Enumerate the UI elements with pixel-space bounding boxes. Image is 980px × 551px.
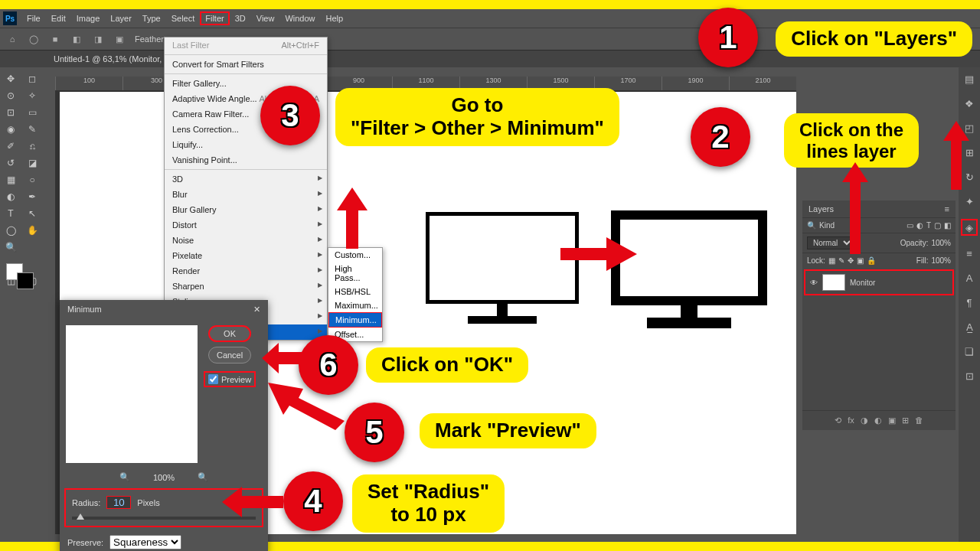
panel-icon[interactable]: A̲ (962, 320, 976, 334)
lasso-icon[interactable]: ◯ (28, 33, 40, 45)
filter-menu-item[interactable]: Blur (165, 187, 327, 202)
panel-icon[interactable]: ¶ (962, 295, 976, 309)
type-tool-icon[interactable]: T (0, 205, 21, 222)
zoom-in-icon[interactable]: 🔍 (198, 472, 208, 482)
filter-shape-icon[interactable]: ▢ (934, 221, 941, 230)
preview-check-input[interactable] (208, 374, 218, 384)
filter-smart-icon[interactable]: ◧ (944, 221, 951, 230)
history-tool-icon[interactable]: ↺ (0, 155, 21, 171)
stamp-tool-icon[interactable]: ⎌ (21, 138, 43, 155)
layers-panel: Layers≡ 🔍 Kind ▭ ◐ T ▢ ◧ Normal Opacity:… (802, 201, 956, 430)
search-icon[interactable]: 🔍 (807, 221, 816, 230)
wand-tool-icon[interactable]: ✧ (21, 87, 43, 104)
panel-icon[interactable]: ≡ (962, 246, 976, 260)
filter-menu-item[interactable]: Sharpen (165, 279, 327, 294)
menu-3d[interactable]: 3D (230, 14, 251, 23)
mode-icon-4[interactable]: ▣ (113, 33, 126, 45)
panel-icon[interactable]: ❏ (962, 344, 976, 358)
layer-monitor[interactable]: 👁 Monitor (804, 269, 954, 295)
filter-menu-item[interactable]: Vanishing Point... (165, 152, 327, 168)
dodge-tool-icon[interactable]: ◐ (0, 188, 21, 205)
marquee-tool-icon[interactable]: ◻ (21, 70, 43, 87)
pen-tool-icon[interactable]: ✒ (21, 188, 43, 205)
color-swatch[interactable] (0, 260, 43, 291)
mask-icon[interactable]: ◑ (861, 416, 868, 425)
frame-tool-icon[interactable]: ▭ (21, 104, 43, 121)
close-icon[interactable]: ✕ (253, 305, 260, 315)
filter-type-icon[interactable]: T (926, 221, 931, 230)
lock-all-icon[interactable]: 🔒 (867, 256, 876, 265)
filter-menu-item[interactable]: Blur Gallery (165, 202, 327, 217)
preview-checkbox[interactable]: Preview (204, 371, 256, 387)
zoom-out-icon[interactable]: 🔍 (119, 472, 130, 482)
preserve-label: Preserve: (67, 538, 103, 547)
heal-tool-icon[interactable]: ✎ (21, 121, 43, 138)
opacity-value[interactable]: 100% (931, 239, 951, 247)
layer-thumb (822, 274, 845, 291)
mode-icon-2[interactable]: ◧ (70, 33, 83, 45)
blur-tool-icon[interactable]: ○ (21, 171, 43, 188)
panel-icon[interactable]: ✦ (962, 194, 976, 208)
eraser-tool-icon[interactable]: ◪ (21, 155, 43, 171)
group-icon[interactable]: ▣ (888, 416, 896, 425)
visibility-eye-icon[interactable]: 👁 (810, 279, 818, 287)
move-tool-icon[interactable]: ✥ (0, 70, 21, 87)
menu-select[interactable]: Select (166, 14, 201, 23)
gradient-tool-icon[interactable]: ▦ (0, 171, 21, 188)
radius-input[interactable] (106, 496, 131, 509)
menu-type[interactable]: Type (137, 14, 166, 23)
link-icon[interactable]: ⟲ (835, 416, 841, 425)
filter-menu-item[interactable]: Render (165, 263, 327, 279)
lock-trans-icon[interactable]: ▦ (828, 256, 835, 265)
fx-icon[interactable]: fx (848, 416, 854, 425)
menu-layer[interactable]: Layer (105, 14, 137, 23)
home-icon[interactable]: ⌂ (6, 33, 18, 45)
panel-icon[interactable]: ⊡ (962, 369, 976, 383)
eyedrop-tool-icon[interactable]: ◉ (0, 121, 21, 138)
adj-icon[interactable]: ◐ (874, 416, 882, 425)
menu-file[interactable]: File (21, 14, 46, 23)
menu-help[interactable]: Help (321, 14, 349, 23)
preserve-select[interactable]: Squareness (109, 535, 181, 549)
submenu-item[interactable]: High Pass... (328, 262, 382, 285)
panel-icon[interactable]: ❖ (962, 96, 976, 110)
panel-icon[interactable]: A (962, 271, 976, 285)
mode-icon-1[interactable]: ■ (49, 33, 61, 45)
brush-tool-icon[interactable]: ✐ (0, 138, 21, 155)
trash-icon[interactable]: 🗑 (915, 416, 923, 425)
filter-menu-item[interactable]: 3D (165, 171, 327, 187)
menu-image[interactable]: Image (71, 14, 106, 23)
submenu-item[interactable]: HSB/HSL (328, 285, 382, 298)
path-tool-icon[interactable]: ↖ (21, 205, 43, 222)
submenu-item[interactable]: Minimum... (328, 312, 382, 328)
ok-button[interactable]: OK (208, 325, 251, 342)
new-icon[interactable]: ⊞ (902, 416, 909, 425)
zoom-tool-icon[interactable]: 🔍 (0, 239, 21, 256)
filter-menu-item[interactable]: Noise (165, 233, 327, 248)
crop-tool-icon[interactable]: ⊡ (0, 104, 21, 121)
lasso-tool-icon[interactable]: ⊙ (0, 87, 21, 104)
filter-adj-icon[interactable]: ◐ (916, 221, 923, 230)
mode-icon-3[interactable]: ◨ (92, 33, 104, 45)
fill-value[interactable]: 100% (931, 256, 951, 265)
menu-view[interactable]: View (251, 14, 280, 23)
panel-menu-icon[interactable]: ≡ (945, 204, 949, 214)
layers-panel-icon[interactable]: ◈ (961, 219, 978, 236)
filter-menu-item[interactable]: Last FilterAlt+Ctrl+F (165, 37, 327, 53)
lock-pos-icon[interactable]: ✥ (848, 256, 854, 265)
cancel-button[interactable]: Cancel (208, 347, 251, 364)
panel-icon[interactable]: ▤ (962, 72, 976, 86)
submenu-item[interactable]: Maximum... (328, 298, 382, 312)
filter-menu-item[interactable]: Convert for Smart Filters (165, 57, 327, 72)
shape-tool-icon[interactable]: ◯ (0, 222, 21, 239)
menu-window[interactable]: Window (279, 14, 320, 23)
lock-paint-icon[interactable]: ✎ (838, 256, 844, 265)
menu-filter[interactable]: Filter (200, 11, 229, 25)
lock-art-icon[interactable]: ▣ (857, 256, 864, 265)
hand-tool-icon[interactable]: ✋ (21, 222, 43, 239)
toolbox: ✥◻ ⊙✧ ⊡▭ ◉✎ ✐⎌ ↺◪ ▦○ ◐✒ T↖ ◯✋ 🔍 ◫▢ (0, 67, 43, 542)
filter-menu-item[interactable]: Distort (165, 217, 327, 233)
filter-menu-item[interactable]: Pixelate (165, 248, 327, 263)
filter-pixel-icon[interactable]: ▭ (906, 221, 913, 230)
menu-edit[interactable]: Edit (46, 14, 71, 23)
